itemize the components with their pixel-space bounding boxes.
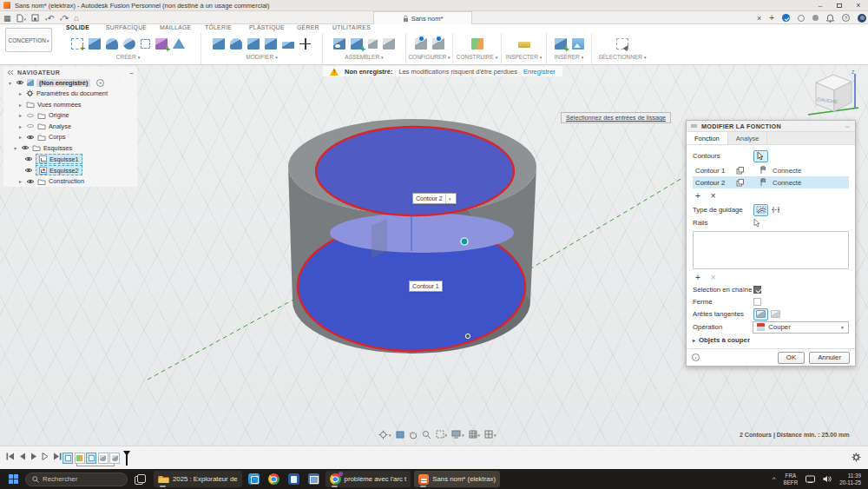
operation-dropdown[interactable]: Couper ▼: [753, 321, 849, 334]
visibility-eye-off-icon[interactable]: [26, 122, 35, 129]
panel-minimize-icon[interactable]: –: [129, 69, 134, 76]
expand-icon[interactable]: ▾: [7, 80, 13, 86]
home-icon[interactable]: [74, 14, 78, 23]
task-view-icon[interactable]: [135, 474, 145, 484]
browser-root-row[interactable]: ▾ (Non enregistré): [3, 77, 137, 89]
timeline-position-marker[interactable]: [123, 451, 131, 466]
browser-item-bodies[interactable]: ▸ Corps: [3, 132, 137, 143]
blue-tile-app-icon[interactable]: [248, 473, 260, 485]
timeline-settings-gear-icon[interactable]: [852, 453, 861, 462]
insert-decal-icon[interactable]: [555, 38, 567, 50]
ribbon-tab-tolerie[interactable]: TÔLERIE: [205, 24, 232, 33]
go-to-end-icon[interactable]: [53, 453, 62, 460]
go-to-start-icon[interactable]: [6, 453, 15, 460]
select-icon[interactable]: [616, 38, 628, 50]
viewports-icon[interactable]: [484, 430, 496, 439]
minimize-button[interactable]: [811, 0, 830, 11]
construction-plane-icon[interactable]: [471, 38, 483, 50]
pattern-icon[interactable]: [141, 39, 150, 49]
offset-face-icon[interactable]: [282, 42, 294, 49]
new-component-icon[interactable]: [333, 38, 345, 50]
notifications-bell-icon[interactable]: [826, 14, 834, 23]
configuration-table-icon[interactable]: [432, 38, 444, 50]
new-tab-icon[interactable]: [769, 13, 774, 23]
rails-list-box[interactable]: [693, 231, 849, 269]
browser-item-origin[interactable]: ▸ Origine: [3, 110, 137, 122]
view-cube[interactable]: GAUCHE Z: [806, 69, 861, 119]
browser-item-settings[interactable]: ▸ Paramètres du document: [3, 89, 137, 100]
profile-point[interactable]: [465, 334, 470, 338]
root-document-label[interactable]: (Non enregistré): [36, 79, 90, 87]
tab-analyse[interactable]: Analyse: [728, 132, 768, 144]
chrome-icon[interactable]: [268, 473, 279, 485]
chain-selection-checkbox[interactable]: [753, 286, 761, 294]
cancel-button[interactable]: Annuler: [809, 352, 850, 364]
help-icon[interactable]: [842, 14, 850, 22]
orbit-icon[interactable]: [378, 430, 391, 439]
calculator-app-icon[interactable]: [288, 473, 299, 485]
visibility-eye-icon[interactable]: [26, 134, 35, 141]
visibility-eye-icon[interactable]: [26, 178, 35, 185]
configuration-icon[interactable]: [415, 38, 427, 50]
timeline-loft2-feature[interactable]: [98, 453, 108, 464]
step-forward-icon[interactable]: [42, 453, 49, 460]
dialog-menu-icon[interactable]: [691, 124, 697, 129]
revolve-icon[interactable]: [123, 38, 135, 50]
taskbar-search[interactable]: [25, 472, 128, 486]
loft-icon[interactable]: [173, 38, 185, 49]
visibility-eye-icon[interactable]: [21, 144, 30, 151]
timeline-sketch2-feature[interactable]: [86, 453, 96, 464]
clock[interactable]: 11:39 20-11-25: [839, 472, 861, 485]
maximize-button[interactable]: [830, 0, 849, 11]
measure-icon[interactable]: [518, 42, 530, 48]
save-link[interactable]: Enregistrer: [523, 68, 556, 76]
copy-icon[interactable]: [736, 167, 745, 175]
browser-item-named-views[interactable]: ▸ Vues nommées: [3, 99, 137, 110]
remove-contour-button[interactable]: ×: [711, 191, 716, 201]
search-input[interactable]: [43, 475, 116, 483]
grid-snap-icon[interactable]: [469, 430, 481, 439]
bom-table-icon[interactable]: [383, 38, 395, 50]
guide-rails-button[interactable]: [753, 204, 768, 216]
save-button[interactable]: [31, 14, 39, 22]
closed-checkbox[interactable]: [753, 298, 761, 306]
create-sketch-icon[interactable]: [71, 38, 83, 50]
tangent-separate-button[interactable]: [768, 308, 783, 320]
file-menu-button[interactable]: [16, 14, 27, 23]
cast-screen-icon[interactable]: [806, 475, 815, 483]
press-pull-icon[interactable]: [213, 38, 225, 50]
guide-centerline-button[interactable]: [768, 204, 783, 216]
display-settings-icon[interactable]: [451, 430, 464, 439]
step-back-icon[interactable]: [19, 453, 26, 460]
shell-icon[interactable]: [247, 38, 260, 50]
inspect-group-label[interactable]: INSPECTER: [502, 54, 546, 60]
tray-overflow-icon[interactable]: [773, 475, 776, 483]
insert-image-icon[interactable]: [572, 38, 584, 50]
viewport-canvas[interactable]: Non enregistré: Les modifications risque…: [0, 65, 868, 446]
tab-fonction[interactable]: Fonction: [687, 132, 728, 144]
app-grid-icon[interactable]: [3, 14, 11, 23]
move-icon[interactable]: [299, 38, 311, 50]
construct-group-label[interactable]: CONSTRUIRE: [453, 54, 501, 60]
copy-icon[interactable]: [736, 179, 745, 187]
redo-button[interactable]: [59, 14, 69, 23]
select-profiles-button[interactable]: [753, 150, 768, 162]
browser-item-construction[interactable]: ▸ Construction: [3, 176, 137, 188]
info-icon[interactable]: [692, 354, 700, 361]
job-status-icon[interactable]: [782, 14, 790, 22]
ok-button[interactable]: OK: [778, 352, 805, 364]
close-button[interactable]: [849, 0, 868, 11]
rigid-group-icon[interactable]: [368, 39, 378, 49]
add-contour-button[interactable]: +: [695, 191, 700, 201]
collapse-panel-icon[interactable]: [7, 69, 14, 76]
remove-rail-button[interactable]: ×: [711, 273, 716, 282]
fusion-task[interactable]: Sans nom* (elektrax): [414, 471, 500, 487]
contour-row-1[interactable]: Contour 1 Connecté: [693, 164, 849, 176]
select-group-label[interactable]: SÉLECTIONNER: [592, 54, 653, 60]
timeline-loft3-feature[interactable]: [109, 453, 120, 464]
objects-to-cut-row[interactable]: ▸ Objets à couper: [693, 334, 849, 346]
ribbon-tab-surfacique[interactable]: SURFACIQUE: [106, 24, 147, 33]
ribbon-tab-gerer[interactable]: GÉRER: [297, 24, 319, 33]
pan-icon[interactable]: [409, 430, 418, 439]
modify-group-label[interactable]: MODIFIER: [201, 54, 322, 60]
